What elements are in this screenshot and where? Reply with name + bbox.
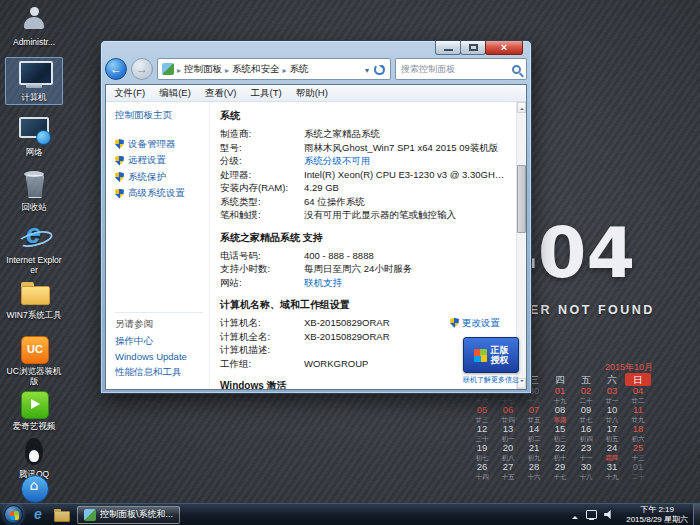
maximize-button[interactable] xyxy=(460,41,486,55)
info-label: 制造商: xyxy=(220,127,304,140)
info-value: 雨林木风Ghost_Win7 SP1 x64 2015 09装机版 xyxy=(304,141,498,154)
network-icon[interactable] xyxy=(586,510,597,520)
back-button[interactable] xyxy=(105,58,127,80)
menu-item[interactable]: 编辑(E) xyxy=(159,87,191,100)
calendar-lunar: 廿三 xyxy=(469,416,495,424)
taskbar-window-button-label: 控制面板\系统和... xyxy=(100,508,173,521)
breadcrumb: 控制面板系统和安全系统 xyxy=(174,63,309,76)
calendar-date: 10 xyxy=(599,405,625,416)
calendar-lunar: 十四 xyxy=(469,473,495,481)
tray-chevron-up-icon[interactable] xyxy=(571,511,579,519)
menu-item[interactable]: 文件(F) xyxy=(114,87,145,100)
info-label: 系统类型: xyxy=(220,195,304,208)
menu-item[interactable]: 工具(T) xyxy=(250,87,281,100)
search-icon xyxy=(512,65,521,74)
calendar-cell: 26十四 xyxy=(469,462,495,481)
recycle-bin-icon xyxy=(17,170,51,200)
taskbar-clock[interactable]: 下午 2:19 2015/8/29 星期六 xyxy=(621,505,693,524)
change-settings-link[interactable]: 更改设置 xyxy=(450,316,506,329)
calendar-date: 14 xyxy=(521,424,547,435)
sidebar-task-label: 系统保护 xyxy=(128,171,166,184)
calendar-date: 06 xyxy=(495,405,521,416)
calendar-date: 23 xyxy=(573,443,599,454)
calendar-date: 02 xyxy=(573,386,599,397)
info-label: 网站: xyxy=(220,276,304,289)
calendar-cell: 11廿九 xyxy=(625,405,651,424)
refresh-icon[interactable] xyxy=(373,63,386,76)
taskbar-ie-icon[interactable] xyxy=(30,506,48,524)
info-row: 安装内存(RAM):4.29 GB xyxy=(220,181,506,195)
genuine-license-badge[interactable]: 正版授权 联机了解更多信息 xyxy=(463,337,519,385)
uac-shield-icon xyxy=(115,156,124,166)
info-value: 400 - 888 - 8888 xyxy=(304,249,374,262)
sidebar-see-also-link[interactable]: 性能信息和工具 xyxy=(115,366,203,379)
calendar-date: 01 xyxy=(547,386,573,397)
desktop-icon-administrator[interactable]: Administr... xyxy=(5,2,63,50)
clock-time: 下午 2:19 xyxy=(626,505,688,515)
desktop-icon-network[interactable]: 网络 xyxy=(5,112,63,160)
sidebar-task[interactable]: 系统保护 xyxy=(115,171,203,184)
minimize-button[interactable] xyxy=(435,41,461,55)
calendar-date: 30 xyxy=(573,462,599,473)
calendar-cell: 15初三 xyxy=(547,424,573,443)
info-value-link[interactable]: 系统分级不可用 xyxy=(304,154,371,167)
menu-item[interactable]: 帮助(H) xyxy=(296,87,328,100)
calendar-cell: 01十九 xyxy=(547,386,573,405)
sidebar-task[interactable]: 远程设置 xyxy=(115,154,203,167)
uac-shield-icon xyxy=(115,172,124,182)
info-value: XB-20150829ORAR xyxy=(304,316,390,329)
calendar-lunar: 十八 xyxy=(573,473,599,481)
sidebar-task[interactable]: 设备管理器 xyxy=(115,138,203,151)
uac-shield-icon xyxy=(450,318,459,328)
uac-shield-icon xyxy=(115,139,124,149)
desktop-icon-ie[interactable]: Internet Explorer xyxy=(5,220,63,278)
close-button[interactable] xyxy=(485,41,523,55)
breadcrumb-item[interactable]: 控制面板 xyxy=(184,63,222,76)
menu-item[interactable]: 查看(V) xyxy=(205,87,237,100)
calendar-date: 08 xyxy=(547,405,573,416)
calendar-date: 31 xyxy=(599,462,625,473)
desktop-icon-recycle-bin[interactable]: 回收站 xyxy=(5,167,63,215)
see-also-links: 操作中心Windows Update性能信息和工具 xyxy=(115,335,203,379)
desktop-icon-computer[interactable]: 计算机 xyxy=(5,57,63,105)
calendar-cell: 08寒露 xyxy=(547,405,573,424)
calendar-cell: 06廿四 xyxy=(495,405,521,424)
info-value: 64 位操作系统 xyxy=(304,195,365,208)
taskbar-explorer-icon[interactable] xyxy=(52,506,70,524)
volume-icon[interactable] xyxy=(604,510,614,520)
info-label: 计算机描述: xyxy=(220,343,304,356)
show-desktop-button[interactable] xyxy=(693,504,700,525)
calendar-lunar: 二十 xyxy=(625,473,651,481)
calendar-date: 16 xyxy=(573,424,599,435)
genuine-badge-text: 正版授权 xyxy=(491,345,509,365)
address-dropdown-icon[interactable] xyxy=(365,64,369,75)
calendar-lunar: 初九 xyxy=(521,454,547,462)
calendar-lunar: 十九 xyxy=(547,397,573,405)
scrollbar-thumb[interactable] xyxy=(517,165,526,233)
desktop-icon-uc-browser[interactable]: UC浏览器装机版 xyxy=(5,331,63,389)
breadcrumb-item[interactable]: 系统 xyxy=(290,63,309,76)
start-button[interactable] xyxy=(4,505,23,524)
desktop-icon-win7-tools[interactable]: WIN7系统工具 xyxy=(5,275,63,323)
calendar-lunar: 廿九 xyxy=(625,416,651,424)
calendar-cell: 24霜降 xyxy=(599,443,625,462)
info-value-link[interactable]: 联机支持 xyxy=(304,276,342,289)
desktop-icon-iqiyi[interactable]: 爱奇艺视频 xyxy=(5,386,63,434)
forward-button[interactable] xyxy=(131,58,153,80)
sidebar-see-also-link[interactable]: Windows Update xyxy=(115,351,203,362)
sidebar-item-control-panel-home[interactable]: 控制面板主页 xyxy=(115,109,203,122)
taskbar-window-button[interactable]: 控制面板\系统和... xyxy=(77,506,180,524)
calendar-cell: 29十七 xyxy=(547,462,573,481)
sidebar-see-also-link[interactable]: 操作中心 xyxy=(115,335,203,348)
scroll-up-icon[interactable] xyxy=(517,102,526,113)
search-input[interactable]: 搜索控制面板 xyxy=(395,58,527,80)
genuine-more-info-link[interactable]: 联机了解更多信息 xyxy=(463,375,519,385)
calendar-lunar: 十一 xyxy=(573,454,599,462)
section-title: 计算机名称、域和工作组设置 xyxy=(220,298,506,312)
breadcrumb-item[interactable]: 系统和安全 xyxy=(232,63,280,76)
address-bar[interactable]: 控制面板系统和安全系统 xyxy=(157,58,391,80)
calendar-cell: 12三十 xyxy=(469,424,495,443)
system-window: 控制面板系统和安全系统 搜索控制面板 文件(F)编辑(E)查看(V)工具(T)帮… xyxy=(100,40,532,394)
menu-bar: 文件(F)编辑(E)查看(V)工具(T)帮助(H) xyxy=(106,85,526,102)
sidebar-task[interactable]: 高级系统设置 xyxy=(115,187,203,200)
